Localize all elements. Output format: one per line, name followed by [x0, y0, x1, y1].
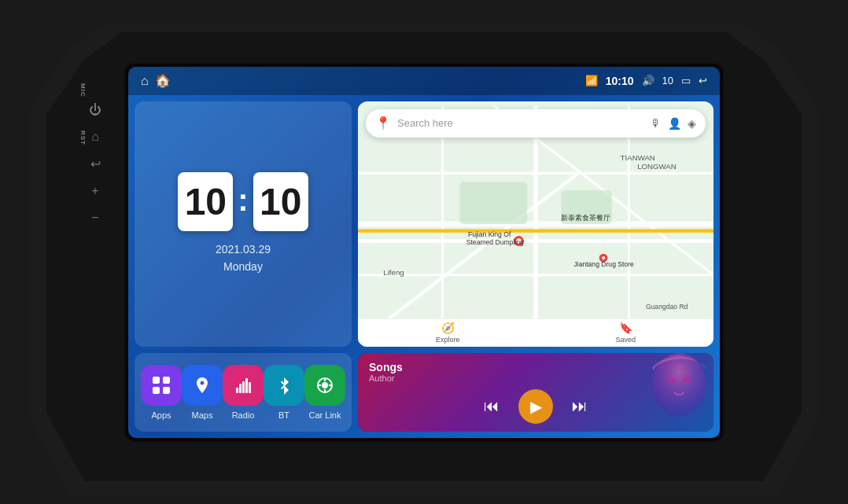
volume-up-icon[interactable]: +	[91, 184, 98, 198]
svg-text:Fujian King Of: Fujian King Of	[468, 230, 511, 238]
car-unit: MIC RST ⏻ ⌂ ↩ + − ⌂ 🏠 📶 10:10 🔊 10 ▭	[31, 9, 817, 496]
explore-label: Explore	[436, 336, 460, 344]
apps-label: Apps	[151, 410, 171, 420]
map-search-icons: 🎙 👤 ◈	[651, 117, 696, 130]
app-item-apps[interactable]: Apps	[141, 365, 182, 420]
bt-label: BT	[278, 410, 289, 420]
maps-label: Maps	[192, 410, 213, 420]
volume-icon: 🔊	[642, 75, 654, 86]
svg-rect-25	[153, 377, 160, 384]
screen-bezel: ⌂ 🏠 📶 10:10 🔊 10 ▭ ↩ 10	[125, 64, 723, 441]
app-item-carlink[interactable]: Car Link	[304, 365, 345, 420]
svg-rect-33	[249, 382, 251, 393]
music-next-button[interactable]: ⏭	[572, 397, 588, 415]
svg-text:新泰素食茶餐厅: 新泰素食茶餐厅	[561, 213, 610, 221]
menu-icon[interactable]: 🏠	[155, 73, 171, 88]
layers-icon[interactable]: ◈	[688, 117, 696, 130]
home-side-icon[interactable]: ⌂	[91, 130, 99, 144]
svg-point-20	[602, 256, 605, 259]
carlink-icon	[304, 365, 345, 406]
mic-icon[interactable]: 🎙	[651, 117, 662, 130]
map-search-input[interactable]: Search here	[397, 117, 644, 129]
home-icon[interactable]: ⌂	[141, 74, 149, 88]
power-icon[interactable]: ⏻	[89, 103, 101, 117]
carlink-label: Car Link	[309, 410, 341, 420]
clock-colon: :	[238, 182, 248, 218]
maps-icon	[182, 365, 223, 406]
app-item-maps[interactable]: Maps	[182, 365, 223, 420]
svg-rect-27	[153, 387, 160, 394]
saved-icon: 🔖	[619, 322, 632, 334]
music-prev-button[interactable]: ⏮	[484, 397, 500, 415]
svg-rect-29	[236, 388, 238, 393]
bt-icon	[264, 365, 304, 406]
main-content: 10 : 10 2021.03.29 Monday	[128, 95, 720, 438]
saved-label: Saved	[615, 336, 636, 344]
clock-date: 2021.03.29 Monday	[216, 241, 271, 276]
map-saved[interactable]: 🔖 Saved	[615, 322, 636, 344]
svg-text:TIANWAN: TIANWAN	[621, 153, 655, 162]
svg-text:Jiantang Drug Store: Jiantang Drug Store	[573, 259, 634, 267]
svg-text:Guangdao Rd: Guangdao Rd	[646, 302, 688, 310]
map-svg: TIANWAN LONGWAN Lifeng Guangdao Rd Fujia…	[358, 101, 713, 347]
status-bar: ⌂ 🏠 📶 10:10 🔊 10 ▭ ↩	[128, 67, 720, 95]
mic-label: MIC	[79, 83, 87, 97]
window-icon: ▭	[681, 75, 691, 86]
clock-hour: 10	[178, 172, 233, 231]
apps-row: Apps Maps	[135, 353, 352, 432]
map-pin-icon: 📍	[375, 116, 391, 131]
status-left: ⌂ 🏠	[141, 73, 171, 88]
radio-icon	[223, 365, 264, 406]
svg-text:LONGWAN: LONGWAN	[637, 162, 677, 171]
wifi-icon: 📶	[585, 75, 598, 86]
svg-rect-31	[242, 381, 245, 393]
apps-icon	[141, 365, 182, 406]
map-widget: TIANWAN LONGWAN Lifeng Guangdao Rd Fujia…	[358, 101, 713, 347]
clock-display: 10 : 10	[178, 172, 308, 231]
volume-down-icon[interactable]: −	[91, 211, 98, 225]
volume-level: 10	[662, 75, 673, 86]
svg-rect-10	[459, 182, 527, 224]
side-buttons-container: ⏻ ⌂ ↩ + −	[89, 103, 101, 225]
svg-rect-26	[163, 377, 170, 384]
svg-text:Lifeng: Lifeng	[383, 267, 404, 276]
music-play-button[interactable]: ▶	[518, 389, 553, 424]
app-item-radio[interactable]: Radio	[223, 365, 264, 420]
svg-rect-32	[245, 378, 248, 393]
back-side-icon[interactable]: ↩	[90, 156, 101, 171]
svg-point-35	[322, 382, 328, 388]
clock-widget: 10 : 10 2021.03.29 Monday	[135, 101, 352, 347]
rst-label: RST	[79, 131, 87, 145]
map-explore[interactable]: 🧭 Explore	[436, 322, 460, 344]
music-author: Author	[369, 373, 702, 383]
svg-text:Steamed Dumpling: Steamed Dumpling	[466, 237, 524, 245]
svg-rect-30	[239, 384, 241, 393]
music-song: Songs	[369, 361, 702, 373]
back-icon[interactable]: ↩	[699, 75, 707, 86]
account-icon[interactable]: 👤	[668, 117, 681, 130]
svg-rect-28	[163, 387, 170, 394]
status-time: 10:10	[606, 75, 634, 87]
status-right: 📶 10:10 🔊 10 ▭ ↩	[585, 75, 707, 87]
screen: ⌂ 🏠 📶 10:10 🔊 10 ▭ ↩ 10	[128, 67, 720, 438]
explore-icon: 🧭	[441, 322, 455, 334]
map-search-bar[interactable]: 📍 Search here 🎙 👤 ◈	[366, 109, 706, 138]
radio-label: Radio	[232, 410, 255, 420]
clock-minute: 10	[253, 172, 308, 231]
music-info: Songs Author	[358, 353, 713, 383]
map-bottom-bar: 🧭 Explore 🔖 Saved	[358, 318, 713, 347]
music-widget: Songs Author ⏮ ▶ ⏭	[358, 353, 713, 432]
music-controls: ⏮ ▶ ⏭	[358, 383, 713, 432]
app-item-bt[interactable]: BT	[264, 365, 304, 420]
